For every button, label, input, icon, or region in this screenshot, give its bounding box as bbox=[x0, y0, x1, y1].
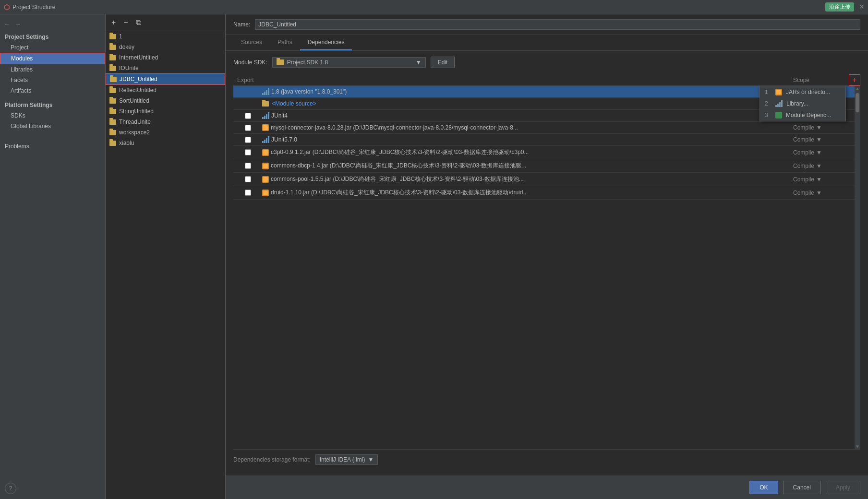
help-button[interactable]: ? bbox=[5, 483, 16, 494]
sdk-dropdown[interactable]: Project SDK 1.8 ▼ bbox=[272, 57, 426, 68]
folder-icon bbox=[109, 66, 116, 71]
dep-scope-mysql: Compile ▼ bbox=[793, 124, 860, 131]
scroll-thumb[interactable] bbox=[856, 93, 859, 112]
dep-checkbox-input[interactable] bbox=[245, 176, 251, 182]
dep-row-commons-pool[interactable]: commons-pool-1.5.5.jar (D:\JDBC\尚硅谷_宋红康_… bbox=[233, 173, 860, 186]
sidebar-item-project[interactable]: Project bbox=[0, 42, 105, 53]
sidebar-item-global-libraries[interactable]: Global Libraries bbox=[0, 121, 105, 131]
scope-popup: 1 JARs or directo... 2 Library... bbox=[760, 86, 846, 121]
export-header: Export bbox=[233, 77, 262, 83]
app-icon: ⬡ bbox=[4, 3, 10, 11]
module-item[interactable]: StringUntitled bbox=[106, 106, 225, 117]
dep-checkbox-input[interactable] bbox=[245, 113, 251, 119]
scope-popup-item-jars[interactable]: 1 JARs or directo... bbox=[760, 86, 845, 98]
platform-settings-title: Platform Settings bbox=[0, 96, 105, 110]
scope-popup-item-module[interactable]: 3 Module Depenc... bbox=[760, 109, 845, 121]
chevron-down-icon[interactable]: ▼ bbox=[816, 149, 822, 156]
chevron-down-icon[interactable]: ▼ bbox=[816, 190, 822, 196]
name-input[interactable] bbox=[255, 19, 860, 30]
module-item[interactable]: xiaolu bbox=[106, 138, 225, 148]
main-content: Name: Sources Paths Dependencies Module … bbox=[226, 14, 868, 499]
sidebar-item-sdks[interactable]: SDKs bbox=[0, 110, 105, 121]
dep-row-mysql[interactable]: mysql-connector-java-8.0.28.jar (D:\JDBC… bbox=[233, 122, 860, 134]
tab-paths[interactable]: Paths bbox=[270, 35, 300, 50]
chevron-down-icon[interactable]: ▼ bbox=[816, 124, 822, 131]
sidebar-item-facets[interactable]: Facets bbox=[0, 75, 105, 85]
chevron-down-icon[interactable]: ▼ bbox=[816, 176, 822, 183]
dep-checkbox[interactable] bbox=[233, 125, 262, 131]
close-icon[interactable]: × bbox=[859, 2, 864, 12]
scope-popup-item-library[interactable]: 2 Library... bbox=[760, 98, 845, 109]
module-item[interactable]: IOUnite bbox=[106, 63, 225, 73]
scope-popup-label-module: Module Depenc... bbox=[786, 112, 831, 119]
dep-checkbox[interactable] bbox=[233, 113, 262, 119]
module-item-jdbc[interactable]: JDBC_Untitled bbox=[106, 73, 225, 85]
module-item[interactable]: InternetUntitled bbox=[106, 52, 225, 63]
folder-icon bbox=[109, 45, 116, 50]
module-item[interactable]: ThreadUnite bbox=[106, 117, 225, 127]
dep-name-junit4: JUnit4 bbox=[271, 112, 793, 119]
dep-row-junit5[interactable]: JUnit5.7.0 Compile ▼ bbox=[233, 134, 860, 146]
dep-checkbox-input[interactable] bbox=[245, 137, 251, 143]
dep-checkbox[interactable] bbox=[233, 149, 262, 155]
sidebar-item-modules[interactable]: Modules bbox=[0, 53, 105, 64]
dep-row-c3p0[interactable]: c3p0-0.9.1.2.jar (D:\JDBC\尚硅谷_宋红康_JDBC核心… bbox=[233, 146, 860, 159]
dep-checkbox-input[interactable] bbox=[245, 125, 251, 131]
module-item[interactable]: SortUntitled bbox=[106, 95, 225, 106]
add-module-button[interactable]: + bbox=[109, 17, 118, 28]
tab-bar: Sources Paths Dependencies bbox=[226, 35, 868, 51]
dep-row-druid[interactable]: druid-1.1.10.jar (D:\JDBC\尚硅谷_宋红康_JDBC核心… bbox=[233, 186, 860, 200]
apply-button[interactable]: Apply bbox=[826, 481, 860, 494]
folder-icon bbox=[262, 101, 269, 107]
dep-checkbox[interactable] bbox=[233, 137, 262, 143]
chevron-down-icon[interactable]: ▼ bbox=[816, 163, 822, 169]
module-list: 1 dokey InternetUntitled IOUnite JDBC_Un… bbox=[106, 31, 225, 499]
jar-icon bbox=[262, 190, 269, 196]
jar-icon bbox=[262, 149, 269, 156]
scroll-up-arrow[interactable]: ▲ bbox=[855, 86, 860, 91]
dep-name-mysql: mysql-connector-java-8.0.28.jar (D:\JDBC… bbox=[271, 124, 793, 131]
scope-number-2: 2 bbox=[765, 100, 772, 107]
nav-back-button[interactable]: ← bbox=[4, 20, 11, 28]
ok-button[interactable]: OK bbox=[749, 481, 778, 494]
dep-checkbox[interactable] bbox=[233, 190, 262, 196]
dep-name-c3p0: c3p0-0.9.1.2.jar (D:\JDBC\尚硅谷_宋红康_JDBC核心… bbox=[271, 148, 793, 156]
jar-icon bbox=[262, 124, 269, 131]
dep-checkbox-input[interactable] bbox=[245, 163, 251, 169]
user-badge[interactable]: 沿途上传 bbox=[825, 2, 854, 12]
dep-checkbox-input[interactable] bbox=[245, 190, 251, 196]
folder-icon bbox=[109, 98, 116, 104]
sidebar-item-problems[interactable]: Problems bbox=[0, 141, 105, 152]
copy-module-button[interactable]: ⧉ bbox=[134, 17, 143, 28]
library-icon bbox=[262, 136, 269, 143]
folder-icon bbox=[109, 55, 116, 60]
chevron-down-icon[interactable]: ▼ bbox=[816, 136, 822, 143]
add-dependency-button[interactable]: + bbox=[849, 74, 860, 86]
jar-icon bbox=[262, 176, 269, 183]
scroll-down-arrow[interactable]: ▼ bbox=[855, 444, 860, 449]
nav-forward-button[interactable]: → bbox=[14, 20, 21, 28]
module-item[interactable]: workspace2 bbox=[106, 127, 225, 138]
edit-sdk-button[interactable]: Edit bbox=[431, 57, 455, 68]
name-row: Name: bbox=[226, 14, 868, 35]
dep-row-commons-dbcp[interactable]: commons-dbcp-1.4.jar (D:\JDBC\尚硅谷_宋红康_JD… bbox=[233, 159, 860, 173]
sidebar-nav: ← → bbox=[0, 18, 105, 30]
cancel-button[interactable]: Cancel bbox=[783, 481, 821, 494]
sidebar: ← → Project Settings Project Modules Lib… bbox=[0, 14, 106, 499]
library-icon bbox=[262, 112, 269, 119]
remove-module-button[interactable]: − bbox=[121, 17, 130, 28]
folder-icon bbox=[109, 88, 116, 93]
sidebar-item-libraries[interactable]: Libraries bbox=[0, 64, 105, 75]
tab-dependencies[interactable]: Dependencies bbox=[300, 35, 352, 50]
module-item[interactable]: 1 bbox=[106, 31, 225, 42]
module-item[interactable]: ReflectUntitled bbox=[106, 85, 225, 95]
sidebar-item-artifacts[interactable]: Artifacts bbox=[0, 85, 105, 96]
scrollbar[interactable]: ▲ ▼ bbox=[855, 86, 860, 449]
title-bar: ⬡ Project Structure 沿途上传 × bbox=[0, 0, 868, 14]
dep-checkbox-input[interactable] bbox=[245, 149, 251, 155]
dep-checkbox[interactable] bbox=[233, 163, 262, 169]
dep-checkbox[interactable] bbox=[233, 176, 262, 182]
module-item[interactable]: dokey bbox=[106, 42, 225, 52]
storage-dropdown[interactable]: IntelliJ IDEA (.iml) ▼ bbox=[315, 454, 378, 465]
tab-sources[interactable]: Sources bbox=[233, 35, 270, 50]
